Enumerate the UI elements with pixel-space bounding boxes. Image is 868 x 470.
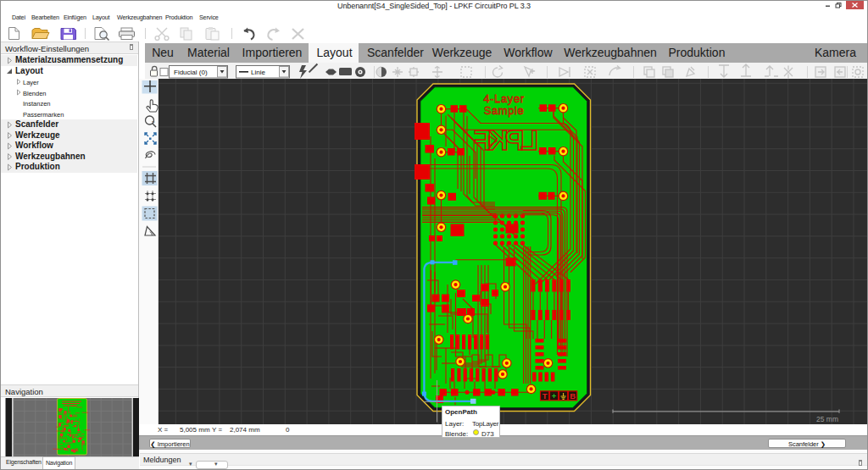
svg-text:B: B bbox=[570, 391, 576, 401]
svg-text:Fiducial (0): Fiducial (0) bbox=[174, 69, 208, 76]
svg-text:LPKF: LPKF bbox=[474, 124, 538, 156]
svg-text:Linie: Linie bbox=[251, 69, 265, 76]
svg-text:Sample: Sample bbox=[484, 104, 525, 117]
svg-text:T: T bbox=[542, 391, 548, 401]
svg-text:25 mm: 25 mm bbox=[816, 415, 838, 423]
svg-text:+: + bbox=[552, 391, 557, 401]
